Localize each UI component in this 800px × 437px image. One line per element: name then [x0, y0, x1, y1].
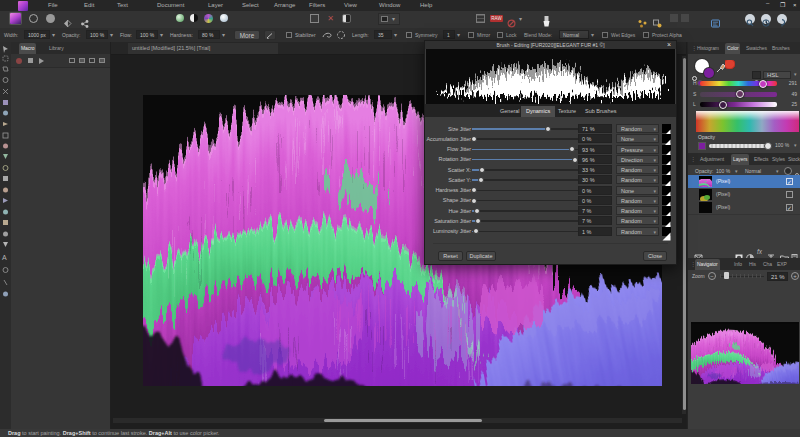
svg-text:A: A [2, 254, 7, 261]
